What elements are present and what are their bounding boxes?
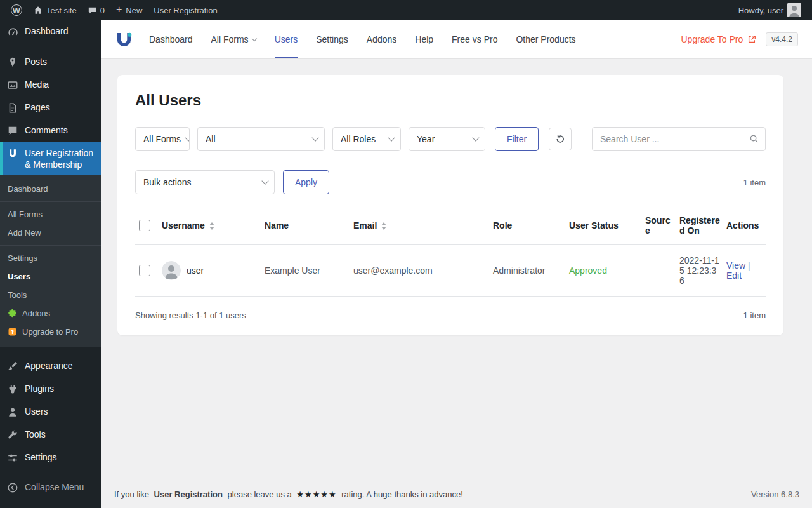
sidebar-item-posts[interactable]: Posts: [0, 51, 102, 74]
sidebar-item-user-registration[interactable]: User Registration & Membership: [0, 142, 102, 175]
plugin-name: User Registration: [154, 490, 223, 499]
sidebar-item-appearance[interactable]: Appearance: [0, 355, 102, 378]
nav-tab-other-products[interactable]: Other Products: [516, 20, 575, 58]
nav-tab-dashboard[interactable]: Dashboard: [149, 20, 193, 58]
page-title: All Users: [135, 91, 766, 109]
nav-tab-users[interactable]: Users: [275, 20, 298, 58]
select-value: All Forms: [143, 134, 181, 144]
admin-bar-user-registration[interactable]: User Registration: [148, 0, 223, 20]
source-cell: [645, 245, 679, 297]
sidebar-item-media[interactable]: Media: [0, 74, 102, 97]
five-star-rating-link[interactable]: ★★★★★: [296, 490, 336, 499]
nav-tab-addons[interactable]: Addons: [367, 20, 396, 58]
pages-icon: [6, 102, 19, 114]
edit-link[interactable]: Edit: [726, 271, 742, 281]
secondary-filter-select[interactable]: All: [197, 127, 325, 151]
column-source: Source: [645, 206, 679, 245]
apply-button[interactable]: Apply: [283, 170, 329, 194]
item-count: 1 item: [743, 311, 766, 320]
submenu-divider: [0, 245, 102, 246]
version-badge: v4.4.2: [766, 32, 798, 46]
select-all-checkbox[interactable]: [139, 220, 150, 231]
view-link[interactable]: View: [726, 260, 745, 271]
column-label: User Status: [569, 220, 619, 231]
submenu-item-add-new[interactable]: Add New: [0, 224, 102, 242]
sidebar-item-comments[interactable]: Comments: [0, 119, 102, 142]
nav-tab-label: Users: [275, 34, 298, 44]
sidebar-item-label: Appearance: [25, 360, 73, 371]
forms-filter-select[interactable]: All Forms: [135, 127, 190, 151]
roles-filter-select[interactable]: All Roles: [332, 127, 401, 151]
wp-logo[interactable]: W: [5, 0, 28, 20]
column-label: Email: [353, 220, 377, 231]
collapse-menu-button[interactable]: Collapse Menu: [0, 476, 102, 499]
select-value: All Roles: [341, 134, 376, 144]
sidebar-item-plugins[interactable]: Plugins: [0, 378, 102, 401]
rating-text: rating. A huge thanks in advance!: [341, 490, 463, 499]
submenu-item-dashboard[interactable]: Dashboard: [0, 180, 102, 198]
role-cell: Administrator: [493, 245, 569, 297]
submenu-item-upgrade-to-pro[interactable]: Upgrade to Pro: [0, 323, 102, 341]
nav-tab-label: Settings: [316, 34, 348, 44]
new-content-button[interactable]: + New: [110, 0, 148, 20]
submenu-item-addons[interactable]: Addons: [0, 304, 102, 323]
user-registration-icon: [6, 147, 19, 160]
item-count: 1 item: [743, 178, 766, 187]
submenu-item-all-forms[interactable]: All Forms: [0, 205, 102, 224]
search-user-input[interactable]: [592, 127, 766, 151]
menu-separator: [0, 347, 102, 355]
howdy-menu[interactable]: Howdy, user: [733, 0, 807, 20]
sidebar-item-users[interactable]: Users: [0, 401, 102, 424]
nav-tab-free-vs-pro[interactable]: Free vs Pro: [452, 20, 497, 58]
submenu-item-settings[interactable]: Settings: [0, 249, 102, 267]
action-separator: |: [748, 260, 750, 271]
submenu-item-label: Upgrade to Pro: [22, 327, 78, 337]
sort-icon[interactable]: [381, 222, 386, 230]
sidebar-item-dashboard[interactable]: Dashboard: [0, 20, 102, 43]
username-cell: user: [162, 261, 259, 280]
nav-tab-label: Other Products: [516, 34, 575, 44]
sidebar-item-settings[interactable]: Settings: [0, 446, 102, 469]
main-content: Dashboard All Forms Users Settings Addon…: [102, 0, 812, 508]
user-registration-submenu: Dashboard All Forms Add New Settings Use…: [0, 175, 102, 347]
row-checkbox[interactable]: [139, 265, 150, 276]
bulk-actions-select[interactable]: Bulk actions: [135, 170, 275, 194]
sidebar-item-pages[interactable]: Pages: [0, 97, 102, 119]
select-value: Year: [417, 134, 435, 144]
site-name-link[interactable]: Test site: [28, 0, 82, 20]
registered-on-cell: 2022-11-15 12:23:36: [679, 245, 726, 297]
name-cell: Example User: [265, 245, 353, 297]
comments-indicator[interactable]: 0: [82, 0, 110, 20]
select-value: All: [206, 134, 216, 144]
nav-tab-all-forms[interactable]: All Forms: [211, 20, 256, 58]
results-summary: Showing results 1-1 of 1 users: [135, 311, 246, 320]
nav-tab-settings[interactable]: Settings: [316, 20, 348, 58]
table-row: user Example User user@example.com Admin…: [135, 245, 766, 297]
plus-icon: +: [116, 4, 122, 15]
appearance-icon: [6, 360, 19, 373]
column-name: Name: [265, 206, 353, 245]
submenu-item-label: Users: [8, 272, 30, 281]
submenu-item-tools[interactable]: Tools: [0, 286, 102, 304]
column-username[interactable]: Username: [162, 206, 265, 245]
sidebar-item-tools[interactable]: Tools: [0, 424, 102, 446]
results-row: Showing results 1-1 of 1 users 1 item: [135, 311, 766, 320]
filter-button[interactable]: Filter: [495, 127, 539, 151]
column-user-status: User Status: [569, 206, 645, 245]
upgrade-to-pro-link[interactable]: Upgrade To Pro: [681, 34, 756, 44]
reset-filters-button[interactable]: [549, 128, 572, 150]
settings-icon: [6, 451, 19, 464]
pin-icon: [6, 56, 19, 69]
addons-icon: [8, 309, 17, 318]
sort-icon[interactable]: [209, 222, 214, 230]
user-registration-logo[interactable]: [115, 20, 133, 58]
nav-tab-help[interactable]: Help: [415, 20, 433, 58]
column-email[interactable]: Email: [353, 206, 493, 245]
submenu-item-users[interactable]: Users: [0, 267, 102, 286]
chevron-down-icon: [472, 134, 479, 141]
dashboard-icon: [6, 25, 19, 38]
nav-tab-label: Free vs Pro: [452, 34, 497, 44]
column-actions: Actions: [726, 206, 766, 245]
date-filter-select[interactable]: Year: [409, 127, 485, 151]
sidebar-item-label: User Registration & Membership: [25, 147, 95, 170]
